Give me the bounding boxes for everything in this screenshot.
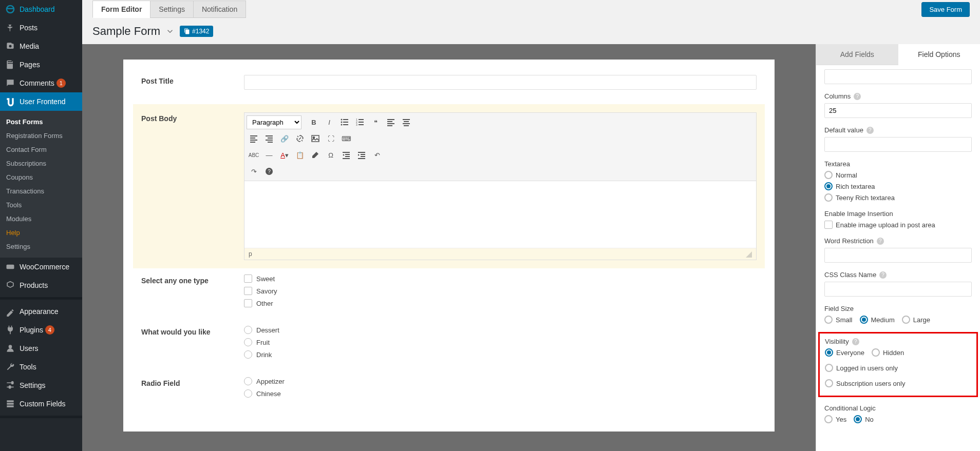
form-title[interactable]: Sample Form bbox=[92, 25, 160, 38]
radio-option[interactable]: Drink bbox=[244, 350, 757, 359]
sidebar-sub-registration-forms[interactable]: Registration Forms bbox=[0, 129, 82, 143]
form-field-select-any-one-type[interactable]: Select any one typeSweetSavoryOther bbox=[141, 274, 757, 311]
form-id-badge[interactable]: #1342 bbox=[180, 26, 213, 37]
sidebar-sub-coupons[interactable]: Coupons bbox=[0, 170, 82, 184]
outdent-icon[interactable] bbox=[339, 148, 353, 162]
checkbox-option[interactable]: Savory bbox=[244, 287, 757, 295]
keyboard-icon[interactable]: ⌨ bbox=[339, 131, 353, 146]
checkbox-option[interactable]: Other bbox=[244, 299, 757, 307]
textarea-option-teeny-rich-textarea[interactable]: Teeny Rich textarea bbox=[824, 193, 972, 202]
sidebar-item-media[interactable]: Media bbox=[0, 37, 82, 55]
field-size-option-small[interactable]: Small bbox=[824, 316, 853, 324]
sidebar-item-appearance[interactable]: Appearance bbox=[0, 302, 82, 321]
sidebar-item-woocommerce[interactable]: WooCommerce bbox=[0, 258, 82, 276]
default-value-input[interactable] bbox=[824, 137, 972, 152]
word-restriction-input[interactable] bbox=[824, 248, 972, 263]
visibility-option-hidden[interactable]: Hidden bbox=[872, 348, 904, 357]
css-class-input[interactable] bbox=[824, 282, 972, 297]
undo-icon[interactable]: ↶ bbox=[370, 148, 384, 162]
sidebar-item-plugins[interactable]: Plugins4 bbox=[0, 321, 82, 339]
sidebar-sub-tools[interactable]: Tools bbox=[0, 198, 82, 212]
radio-option[interactable]: Chinese bbox=[244, 389, 757, 398]
sidebar-item-custom-fields[interactable]: Custom Fields bbox=[0, 395, 82, 413]
tab-form-editor[interactable]: Form Editor bbox=[92, 1, 150, 18]
tab-notification[interactable]: Notification bbox=[193, 1, 246, 18]
field-options-body[interactable]: Columns? Default value? Textarea NormalR… bbox=[816, 65, 980, 451]
format-select[interactable]: Paragraph bbox=[247, 115, 301, 129]
help-icon[interactable]: ? bbox=[879, 271, 887, 279]
help-icon[interactable]: ? bbox=[877, 238, 884, 245]
form-field-post-title[interactable]: Post Title bbox=[141, 75, 757, 90]
visibility-option-everyone[interactable]: Everyone bbox=[825, 348, 864, 357]
sidebar-item-dashboard[interactable]: Dashboard bbox=[0, 0, 82, 18]
sidebar-sub-transactions[interactable]: Transactions bbox=[0, 184, 82, 198]
visibility-option-logged-in-users-only[interactable]: Logged in users only bbox=[825, 364, 898, 372]
form-field-what-would-you-like[interactable]: What would you likeDessertFruitDrink bbox=[141, 326, 757, 363]
bold-icon[interactable]: B bbox=[307, 115, 321, 129]
rte-content[interactable] bbox=[244, 181, 756, 248]
sidebar-sub-subscriptions[interactable]: Subscriptions bbox=[0, 156, 82, 170]
sidebar-item-comments[interactable]: Comments1 bbox=[0, 74, 82, 92]
link-icon[interactable]: 🔗 bbox=[277, 131, 292, 146]
sidebar-item-posts[interactable]: Posts bbox=[0, 18, 82, 37]
sidebar-sub-contact-form[interactable]: Contact Form bbox=[0, 143, 82, 156]
panel-tab-add-fields[interactable]: Add Fields bbox=[816, 44, 898, 65]
redo-icon[interactable]: ↷ bbox=[247, 164, 261, 179]
radio-option[interactable]: Dessert bbox=[244, 326, 757, 334]
align-left-icon[interactable] bbox=[384, 115, 398, 129]
help-icon[interactable]: ? bbox=[866, 127, 874, 134]
textcolor-icon[interactable]: A ▾ bbox=[277, 148, 292, 162]
panel-tab-field-options[interactable]: Field Options bbox=[898, 44, 981, 65]
hr-icon[interactable]: — bbox=[262, 148, 276, 162]
omega-icon[interactable]: Ω bbox=[324, 148, 338, 162]
previous-field-input[interactable] bbox=[824, 69, 972, 84]
clear-icon[interactable] bbox=[308, 148, 323, 162]
align-right-icon[interactable] bbox=[262, 131, 276, 146]
chevron-down-icon[interactable] bbox=[165, 27, 175, 36]
save-form-button[interactable]: Save Form bbox=[921, 2, 970, 17]
help-icon[interactable]: ? bbox=[854, 93, 861, 100]
align-left2-icon[interactable] bbox=[247, 131, 261, 146]
form-canvas-area[interactable]: Post TitlePost BodyParagraphBI123❝🔗⛶⌨ABC… bbox=[82, 44, 816, 451]
sidebar-item-tools[interactable]: Tools bbox=[0, 358, 82, 376]
sidebar-sub-help[interactable]: Help bbox=[0, 226, 82, 240]
quote-icon[interactable]: ❝ bbox=[368, 115, 383, 129]
textarea-option-rich-textarea[interactable]: Rich textarea bbox=[824, 182, 972, 190]
conditional-option-yes[interactable]: Yes bbox=[824, 415, 846, 423]
columns-input[interactable] bbox=[824, 103, 972, 118]
checkbox-option[interactable]: Sweet bbox=[244, 274, 757, 283]
textarea-option-normal[interactable]: Normal bbox=[824, 171, 972, 179]
sidebar-sub-modules[interactable]: Modules bbox=[0, 212, 82, 226]
fullscreen-icon[interactable]: ⛶ bbox=[324, 131, 338, 146]
italic-icon[interactable]: I bbox=[322, 115, 336, 129]
visibility-option-subscription-users-only[interactable]: Subscription users only bbox=[825, 379, 905, 387]
field-size-option-large[interactable]: Large bbox=[902, 316, 930, 324]
sidebar-item-users[interactable]: Users bbox=[0, 339, 82, 358]
form-field-post-body[interactable]: Post BodyParagraphBI123❝🔗⛶⌨ABC—A ▾📋Ω↶↷?p bbox=[133, 104, 765, 268]
bullet-list-icon[interactable] bbox=[337, 115, 352, 129]
sidebar-item-pages[interactable]: Pages bbox=[0, 55, 82, 74]
tab-settings[interactable]: Settings bbox=[150, 1, 194, 18]
indent-icon[interactable] bbox=[354, 148, 369, 162]
radio-option[interactable]: Fruit bbox=[244, 338, 757, 346]
radio-option[interactable]: Appetizer bbox=[244, 377, 757, 385]
align-center-icon[interactable] bbox=[399, 115, 413, 129]
sidebar-item-user-frontend[interactable]: User Frontend bbox=[0, 92, 82, 111]
unlink-icon[interactable] bbox=[293, 131, 307, 146]
text-input[interactable] bbox=[244, 75, 757, 90]
help-icon[interactable]: ? bbox=[852, 338, 859, 345]
form-field-radio-field[interactable]: Radio FieldAppetizerChinese bbox=[141, 377, 757, 402]
image-icon[interactable] bbox=[308, 131, 323, 146]
help-icon[interactable]: ? bbox=[262, 164, 276, 179]
resize-grip-icon[interactable] bbox=[746, 251, 752, 258]
sidebar-item-settings[interactable]: Settings bbox=[0, 376, 82, 395]
conditional-option-no[interactable]: No bbox=[854, 415, 874, 423]
sidebar-sub-settings[interactable]: Settings bbox=[0, 240, 82, 253]
enable-image-checkbox[interactable]: Enable image upload in post area bbox=[824, 221, 972, 229]
strike-icon[interactable]: ABC bbox=[247, 148, 261, 162]
paste-icon[interactable]: 📋 bbox=[293, 148, 307, 162]
sidebar-sub-post-forms[interactable]: Post Forms bbox=[0, 115, 82, 129]
number-list-icon[interactable]: 123 bbox=[353, 115, 367, 129]
field-size-option-medium[interactable]: Medium bbox=[860, 316, 895, 324]
sidebar-item-products[interactable]: Products bbox=[0, 276, 82, 295]
